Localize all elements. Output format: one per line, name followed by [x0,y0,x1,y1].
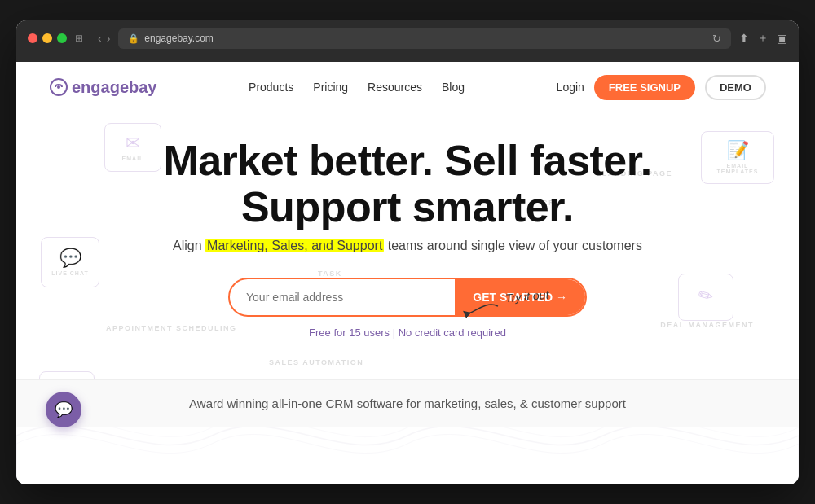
bg-sales-auto-label: SALES AUTOMATION [269,358,363,366]
address-bar[interactable]: 🔒 engagebay.com ↻ [118,28,731,49]
hero-subtitle: Align Marketing, Sales, and Support team… [49,239,766,253]
nav-pricing[interactable]: Pricing [313,81,348,94]
traffic-lights [28,33,67,43]
nav-blog[interactable]: Blog [442,81,465,94]
nav-products[interactable]: Products [249,81,293,94]
logo-icon [49,77,68,97]
sidebar-toggle-icon[interactable]: ▣ [777,32,787,45]
nav-resources[interactable]: Resources [368,81,422,94]
nav-links: Products Pricing Resources Blog [249,81,465,94]
url-text: engagebay.com [144,33,214,44]
reload-icon[interactable]: ↻ [712,33,721,45]
lock-icon: 🔒 [128,33,139,44]
hero-title-line1: Market better. Sell faster. [163,137,651,184]
close-button[interactable] [28,33,37,43]
logo-text: engagebay [72,78,157,97]
hero-title-line2: Support smarter. [241,183,574,230]
hero-section: Market better. Sell faster. Support smar… [16,113,799,355]
subtitle-highlight: Marketing, Sales, and Support [205,239,384,252]
nav-actions: Login FREE SIGNUP DEMO [557,75,766,100]
chat-icon: 💬 [55,401,73,419]
back-button[interactable]: ‹ [98,32,102,45]
try-arrow-icon [460,294,503,322]
hero-title: Market better. Sell faster. Support smar… [49,138,766,230]
demo-button[interactable]: DEMO [705,75,766,100]
browser-nav-arrows: ‹ › [98,32,110,45]
new-tab-icon[interactable]: ＋ [757,31,769,46]
login-button[interactable]: Login [557,81,584,94]
browser-actions: ⬆ ＋ ▣ [739,31,787,46]
bottom-section: Award winning all-in-one CRM software fo… [16,379,799,427]
navbar: engagebay Products Pricing Resources Blo… [16,62,799,113]
page-content: ✉ EMAIL CRM LANDING PAGE 📝 EMAIL TEMPLAT… [16,62,799,484]
logo[interactable]: engagebay [49,77,157,97]
browser-chrome: ⊞ ‹ › 🔒 engagebay.com ↻ ⬆ ＋ ▣ [16,20,799,62]
browser-window: ⊞ ‹ › 🔒 engagebay.com ↻ ⬆ ＋ ▣ ✉ [16,20,799,484]
email-input[interactable] [230,279,455,315]
svg-point-1 [57,85,60,89]
minimize-button[interactable] [42,33,52,43]
sidebar-icon[interactable]: ⊞ [75,33,83,44]
forward-button[interactable]: › [107,32,111,45]
form-note: Free for 15 users | No credit card requi… [49,327,766,339]
bottom-text: Award winning all-in-one CRM software fo… [49,397,766,410]
share-icon[interactable]: ⬆ [739,32,749,45]
maximize-button[interactable] [57,33,67,43]
subtitle-after: teams around single view of your custome… [384,239,642,252]
subtitle-before: Align [173,239,205,252]
chat-widget[interactable]: 💬 [46,392,82,427]
window-icons: ⊞ [75,33,83,44]
signup-button[interactable]: FREE SIGNUP [594,75,695,100]
